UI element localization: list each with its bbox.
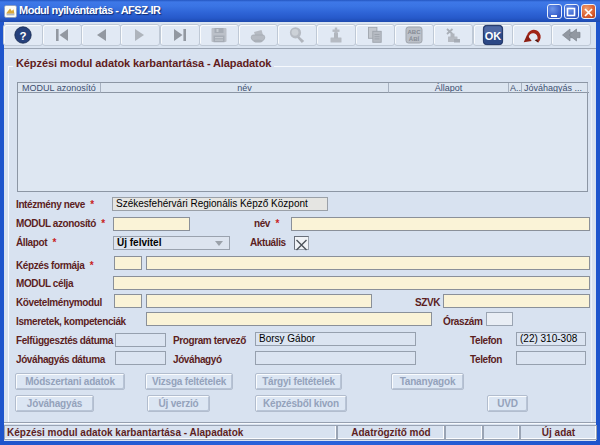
- svg-text:ABC: ABC: [408, 29, 422, 35]
- svg-text:ÁBÍ: ÁBÍ: [409, 35, 420, 42]
- svg-text:OK: OK: [485, 30, 502, 42]
- svg-text:?: ?: [19, 30, 26, 42]
